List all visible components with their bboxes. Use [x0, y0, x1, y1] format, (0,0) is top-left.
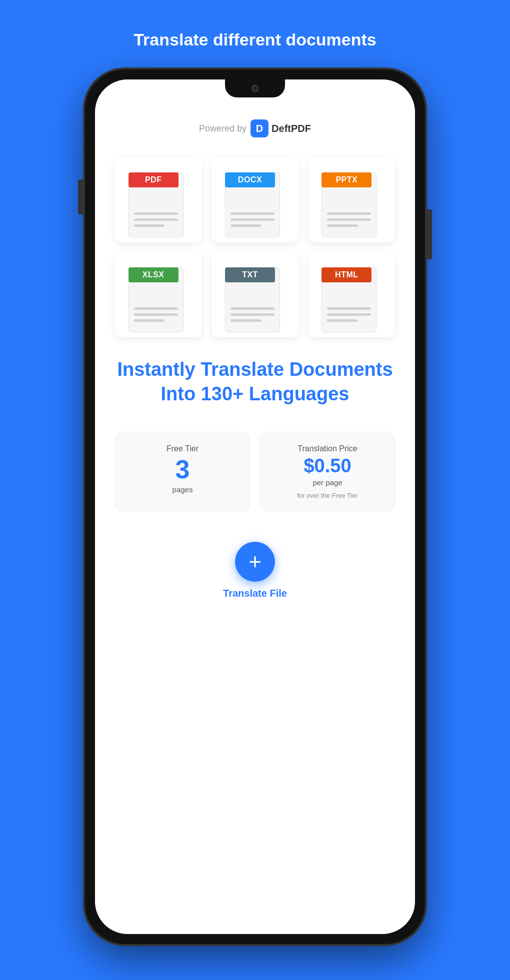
camera-dot: [252, 85, 258, 92]
file-icon-docx: DOCX: [212, 157, 298, 242]
deftpdf-name: DeftPDF: [272, 123, 311, 134]
file-type-grid: PDF DO: [115, 157, 395, 337]
file-icon-html: HTML: [308, 252, 395, 337]
translate-area: + Translate File: [223, 542, 287, 599]
free-tier-sublabel: pages: [172, 485, 193, 494]
price-value: $0.50: [304, 456, 351, 475]
file-icon-txt: TXT: [212, 252, 298, 337]
page-title: Translate different documents: [114, 30, 396, 49]
screen-content: Powered by D DeftPDF: [95, 79, 415, 614]
price-card: Translation Price $0.50 per page for ove…: [260, 432, 395, 512]
free-tier-card: Free Tier 3 pages: [115, 432, 250, 512]
plus-icon: +: [248, 551, 262, 573]
phone-body: Powered by D DeftPDF: [85, 69, 425, 944]
file-label-xlsx: XLSX: [128, 267, 178, 282]
file-icon-pptx: PPTX: [308, 157, 395, 242]
free-tier-label: Free Tier: [166, 444, 198, 453]
file-label-pdf: PDF: [128, 172, 178, 187]
main-headline: Instantly Translate Documents Into 130+ …: [115, 357, 395, 407]
file-label-pptx: PPTX: [322, 172, 372, 187]
phone-notch: [225, 79, 285, 97]
powered-by-section: Powered by D DeftPDF: [199, 119, 311, 137]
translate-file-label: Translate File: [223, 588, 287, 599]
deftpdf-icon: D: [250, 119, 268, 137]
info-cards: Free Tier 3 pages Translation Price $0.5…: [115, 432, 395, 512]
file-icon-xlsx: XLSX: [115, 252, 202, 337]
powered-by-label: Powered by: [199, 123, 246, 134]
deftpdf-logo: D DeftPDF: [250, 119, 311, 137]
translate-file-button[interactable]: +: [235, 542, 275, 582]
free-tier-value: 3: [176, 456, 190, 482]
file-icon-pdf: PDF: [115, 157, 202, 242]
file-label-txt: TXT: [225, 267, 275, 282]
file-label-docx: DOCX: [225, 172, 275, 187]
phone-mockup: Powered by D DeftPDF: [85, 69, 425, 944]
price-sublabel: per page: [312, 478, 342, 487]
file-label-html: HTML: [322, 267, 372, 282]
price-note: for over the Free Tier: [297, 492, 358, 499]
price-label: Translation Price: [298, 444, 357, 453]
phone-screen: Powered by D DeftPDF: [95, 79, 415, 934]
